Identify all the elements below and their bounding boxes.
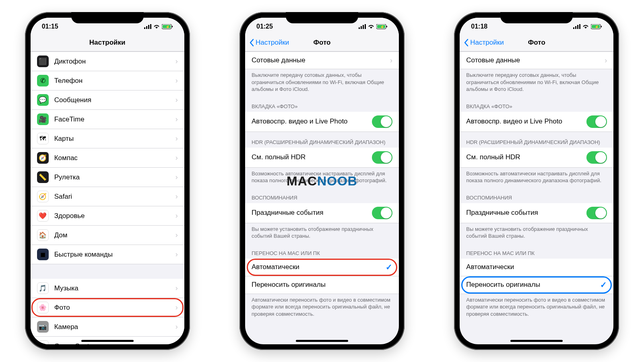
chevron-right-icon: › (173, 76, 178, 85)
checkmark-icon: ✓ (386, 262, 392, 272)
svg-rect-14 (386, 26, 387, 27)
back-button[interactable]: Настройки (249, 39, 289, 47)
row-label: Праздничные события (252, 209, 372, 217)
settings-row-дом[interactable]: 🏠Дом› (31, 226, 184, 245)
autoplay-row[interactable]: Автовоспр. видео и Live Photo (460, 112, 613, 132)
row-label: Фото (54, 304, 173, 312)
chevron-right-icon: › (173, 323, 178, 331)
chevron-right-icon: › (173, 154, 178, 162)
transfer-automatic-row[interactable]: Автоматически (460, 259, 613, 276)
footer-text: Возможность автоматически настраивать ди… (460, 168, 613, 187)
row-label: Переносить оригиналы (466, 281, 600, 289)
row-label: Автоматически (466, 263, 607, 271)
settings-row-компас[interactable]: 🧭Компас› (31, 148, 184, 168)
home-indicator[interactable] (510, 340, 563, 342)
footer-text: Возможность автоматически настраивать ди… (245, 168, 399, 187)
navigation-bar: Настройки Фото (245, 34, 399, 51)
settings-list[interactable]: ⬛Диктофон›✆Телефон›💬Сообщения›🎥FaceTime›… (31, 51, 184, 344)
row-label: Сотовые данные (466, 56, 602, 64)
photos-icon: 🌸 (37, 302, 49, 313)
iphone-frame-3: 01:18 ⚡ Настройки Фото Сотовые данные›Вы… (454, 12, 619, 350)
chevron-left-icon (464, 39, 469, 47)
toggle-switch[interactable] (586, 151, 607, 164)
cellular-data-row[interactable]: Сотовые данные› (460, 51, 613, 69)
wifi-icon (582, 24, 589, 29)
status-time: 01:18 (471, 23, 487, 30)
settings-row-быстрые-команды[interactable]: ◼Быстрые команды› (31, 245, 184, 264)
settings-row-рулетка[interactable]: 📏Рулетка› (31, 168, 184, 187)
row-label: См. полный HDR (252, 153, 372, 161)
toggle-switch[interactable] (586, 115, 607, 128)
row-label: Переносить оригиналы (252, 281, 392, 289)
messages-icon: 💬 (37, 94, 49, 106)
footer-text: Вы можете установить отображение праздни… (460, 223, 613, 243)
safari-icon: 🧭 (37, 191, 49, 202)
row-label: Здоровье (54, 212, 173, 220)
settings-row-фото[interactable]: 🌸Фото› (31, 298, 184, 317)
home-indicator[interactable] (81, 340, 134, 342)
hdr-row[interactable]: См. полный HDR (245, 148, 399, 168)
row-label: Сотовые данные (252, 56, 388, 64)
row-label: Автовоспр. видео и Live Photo (466, 117, 586, 125)
holiday-events-row[interactable]: Праздничные события (460, 203, 613, 223)
toggle-switch[interactable] (372, 115, 392, 128)
music-icon: 🎵 (37, 282, 49, 294)
toggle-switch[interactable] (372, 207, 392, 219)
camera-icon: 📷 (37, 321, 49, 333)
svg-rect-18 (577, 25, 578, 29)
chevron-right-icon: › (173, 134, 178, 143)
row-label: Дом (54, 231, 173, 239)
settings-row-карты[interactable]: 🗺Карты› (31, 129, 184, 148)
row-label: Диктофон (54, 58, 173, 66)
settings-row-камера[interactable]: 📷Камера› (31, 317, 184, 337)
home-indicator[interactable] (296, 340, 348, 342)
chevron-right-icon: › (173, 96, 178, 104)
transfer-originals-row[interactable]: Переносить оригиналы✓ (460, 276, 613, 294)
compass-icon: 🧭 (37, 152, 49, 164)
svg-rect-3 (150, 24, 151, 29)
settings-row-facetime[interactable]: 🎥FaceTime› (31, 110, 184, 129)
hdr-row[interactable]: См. полный HDR (460, 148, 613, 168)
shortcuts-icon: ◼ (37, 249, 49, 260)
transfer-originals-row[interactable]: Переносить оригиналы (245, 276, 399, 294)
checkmark-icon: ✓ (600, 280, 607, 290)
section-header: ВКЛАДКА «ФОТО» (245, 96, 399, 112)
svg-text:⚡: ⚡ (380, 25, 385, 29)
holiday-events-row[interactable]: Праздничные события (245, 203, 399, 223)
settings-row-здоровье[interactable]: ❤️Здоровье› (31, 206, 184, 226)
autoplay-row[interactable]: Автовоспр. видео и Live Photo (245, 112, 399, 132)
status-time: 01:25 (256, 23, 273, 30)
settings-row-диктофон[interactable]: ⬛Диктофон› (31, 51, 184, 71)
row-label: Сообщения (54, 96, 173, 104)
chevron-right-icon: › (173, 192, 178, 201)
photo-settings-list[interactable]: Сотовые данные›Выключите передачу сотовы… (245, 51, 399, 344)
row-label: Праздничные события (466, 209, 586, 217)
back-button[interactable]: Настройки (464, 39, 504, 47)
wifi-icon (153, 24, 160, 29)
cellular-signal-icon (359, 24, 366, 29)
row-label: Safari (54, 193, 173, 201)
settings-row-сообщения[interactable]: 💬Сообщения› (31, 90, 184, 110)
gamecenter-icon: 🎮 (37, 340, 49, 344)
row-label: Автоматически (252, 263, 386, 271)
transfer-automatic-row[interactable]: Автоматически✓ (245, 259, 399, 276)
footer-text: Выключите передачу сотовых данных, чтобы… (460, 69, 613, 96)
settings-row-телефон[interactable]: ✆Телефон› (31, 71, 184, 90)
svg-rect-16 (573, 27, 574, 29)
photo-settings-list[interactable]: Сотовые данные›Выключите передачу сотовы… (460, 51, 613, 344)
toggle-switch[interactable] (372, 151, 392, 164)
settings-row-музыка[interactable]: 🎵Музыка› (31, 279, 184, 298)
section-header: ПЕРЕНОС НА MAC ИЛИ ПК (245, 243, 399, 259)
row-label: Телефон (54, 77, 173, 85)
settings-row-safari[interactable]: 🧭Safari› (31, 187, 184, 206)
battery-icon: ⚡ (591, 24, 602, 29)
svg-rect-10 (363, 25, 364, 29)
toggle-switch[interactable] (586, 207, 607, 219)
svg-rect-9 (361, 26, 362, 29)
cellular-data-row[interactable]: Сотовые данные› (245, 51, 399, 69)
home-icon: 🏠 (37, 229, 49, 241)
measure-icon: 📏 (37, 171, 49, 183)
chevron-right-icon: › (173, 115, 178, 123)
section-header: HDR (РАСШИРЕННЫЙ ДИНАМИЧЕСКИЙ ДИАПАЗОН) (460, 132, 613, 148)
maps-icon: 🗺 (37, 133, 49, 144)
